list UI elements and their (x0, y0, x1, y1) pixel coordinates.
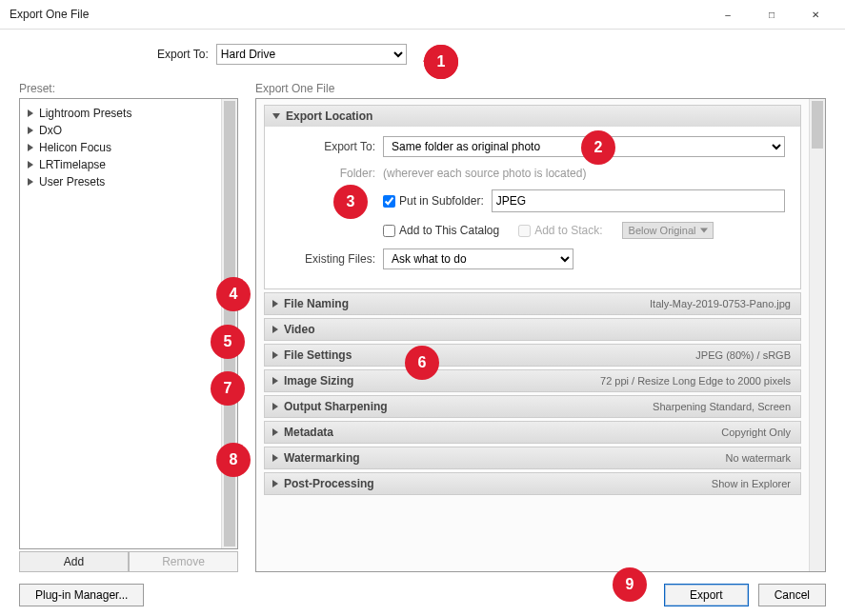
maximize-button[interactable]: □ (750, 0, 794, 29)
section-header-file-settings[interactable]: File Settings JPEG (80%) / sRGB (265, 345, 800, 366)
folder-label: Folder: (280, 167, 375, 180)
section-header-metadata[interactable]: Metadata Copyright Only (265, 422, 800, 443)
existing-files-select[interactable]: Ask what to do (383, 248, 573, 269)
section-summary: Show in Explorer (712, 478, 791, 489)
section-post-processing: Post-Processing Show in Explorer (264, 472, 801, 495)
section-header-watermarking[interactable]: Watermarking No watermark (265, 447, 800, 468)
preset-item[interactable]: Helicon Focus (24, 139, 217, 156)
section-title: File Settings (284, 348, 352, 362)
put-in-subfolder-input[interactable] (383, 195, 395, 208)
section-summary: Sharpening Standard, Screen (653, 401, 791, 412)
chevron-right-icon (272, 326, 278, 333)
minimize-button[interactable]: – (706, 0, 750, 29)
cancel-button[interactable]: Cancel (758, 584, 826, 606)
preset-item[interactable]: LRTimelapse (24, 156, 217, 173)
chevron-right-icon (28, 109, 33, 117)
section-title: Watermarking (284, 451, 360, 465)
section-header-post-processing[interactable]: Post-Processing Show in Explorer (265, 473, 800, 494)
preset-item-label: LRTimelapse (39, 158, 106, 171)
section-image-sizing: Image Sizing 72 ppi / Resize Long Edge t… (264, 369, 801, 392)
preset-item[interactable]: User Presets (24, 173, 217, 190)
section-file-naming: File Naming Italy-May-2019-0753-Pano.jpg (264, 292, 801, 315)
add-to-catalog-input[interactable] (383, 225, 395, 237)
preset-label: Preset: (19, 82, 238, 95)
folder-value: (wherever each source photo is located) (383, 167, 586, 180)
existing-files-label: Existing Files: (280, 252, 375, 266)
add-preset-button[interactable]: Add (19, 551, 129, 572)
section-video: Video (264, 318, 801, 341)
chevron-right-icon (28, 161, 33, 169)
section-title: Video (284, 323, 314, 336)
preset-item-label: Lightroom Presets (39, 107, 131, 120)
chevron-right-icon (272, 480, 278, 487)
main-area: Preset: Lightroom Presets DxO Helicon Fo… (19, 82, 826, 572)
loc-export-to-label: Export To: (280, 140, 375, 153)
plugin-manager-button[interactable]: Plug-in Manager... (19, 584, 144, 606)
section-header-output-sharpening[interactable]: Output Sharpening Sharpening Standard, S… (265, 396, 800, 417)
footer: Plug-in Manager... Export Cancel (19, 572, 826, 606)
section-summary: Copyright Only (721, 427, 791, 438)
section-header-export-location[interactable]: Export Location (265, 106, 800, 127)
settings-column: Export One File Export Location Export T (255, 82, 826, 572)
preset-box: Lightroom Presets DxO Helicon Focus LRTi… (19, 98, 238, 549)
add-to-stack-label: Add to Stack: (534, 224, 602, 237)
chevron-right-icon (272, 403, 278, 410)
section-header-image-sizing[interactable]: Image Sizing 72 ppi / Resize Long Edge t… (265, 370, 800, 391)
settings-panel: Export Location Export To: Same folder a… (255, 98, 826, 572)
titlebar: Export One File – □ ✕ (0, 0, 845, 30)
section-summary: JPEG (80%) / sRGB (695, 349, 791, 361)
preset-item-label: User Presets (39, 175, 105, 189)
subfolder-input[interactable] (492, 189, 785, 212)
export-button[interactable]: Export (664, 584, 749, 606)
preset-column: Preset: Lightroom Presets DxO Helicon Fo… (19, 82, 238, 572)
chevron-right-icon (272, 454, 278, 462)
section-title: Image Sizing (284, 374, 353, 387)
window-controls: – □ ✕ (706, 0, 837, 29)
preset-item[interactable]: Lightroom Presets (24, 105, 217, 122)
preset-list[interactable]: Lightroom Presets DxO Helicon Focus LRTi… (20, 99, 221, 548)
window-title: Export One File (10, 8, 706, 21)
section-title: Post-Processing (284, 477, 374, 490)
add-to-catalog-checkbox[interactable]: Add to This Catalog (383, 224, 499, 237)
section-body-export-location: Export To: Same folder as original photo… (265, 127, 800, 288)
section-header-file-naming[interactable]: File Naming Italy-May-2019-0753-Pano.jpg (265, 293, 800, 314)
preset-item[interactable]: DxO (24, 122, 217, 139)
loc-export-to-select[interactable]: Same folder as original photo (383, 136, 785, 157)
chevron-right-icon (272, 428, 278, 436)
settings-content: Export Location Export To: Same folder a… (256, 99, 809, 571)
section-output-sharpening: Output Sharpening Sharpening Standard, S… (264, 395, 801, 418)
section-title: Metadata (284, 426, 333, 439)
preset-item-label: DxO (39, 124, 62, 137)
chevron-down-icon (272, 113, 280, 119)
section-summary: Italy-May-2019-0753-Pano.jpg (650, 298, 791, 309)
put-in-subfolder-label: Put in Subfolder: (399, 194, 484, 208)
add-to-stack-checkbox: Add to Stack: (518, 224, 602, 237)
section-metadata: Metadata Copyright Only (264, 421, 801, 444)
add-to-catalog-label: Add to This Catalog (399, 224, 499, 237)
section-watermarking: Watermarking No watermark (264, 447, 801, 469)
add-to-stack-input (518, 225, 531, 237)
chevron-right-icon (272, 351, 278, 359)
section-title: Export Location (286, 109, 372, 123)
chevron-right-icon (272, 300, 278, 308)
section-title: File Naming (284, 297, 349, 310)
close-button[interactable]: ✕ (794, 0, 837, 29)
chevron-right-icon (272, 377, 278, 385)
put-in-subfolder-checkbox[interactable]: Put in Subfolder: (383, 194, 484, 208)
preset-item-label: Helicon Focus (39, 141, 111, 154)
section-title: Output Sharpening (284, 400, 388, 413)
chevron-right-icon (28, 144, 33, 151)
preset-buttons: Add Remove (19, 551, 238, 572)
export-to-select[interactable]: Hard Drive (216, 44, 407, 65)
chevron-right-icon (28, 127, 33, 134)
settings-scrollbar[interactable] (809, 99, 825, 571)
section-export-location: Export Location Export To: Same folder a… (264, 105, 801, 289)
preset-scrollbar[interactable] (221, 99, 237, 548)
section-header-video[interactable]: Video (265, 319, 800, 340)
export-dialog: Export One File – □ ✕ Export To: Hard Dr… (0, 0, 845, 616)
chevron-right-icon (28, 178, 33, 186)
settings-label: Export One File (255, 82, 826, 95)
section-summary: 72 ppi / Resize Long Edge to 2000 pixels (600, 375, 791, 387)
content-area: Export To: Hard Drive Preset: Lightroom … (0, 30, 845, 616)
section-summary: No watermark (726, 452, 791, 464)
